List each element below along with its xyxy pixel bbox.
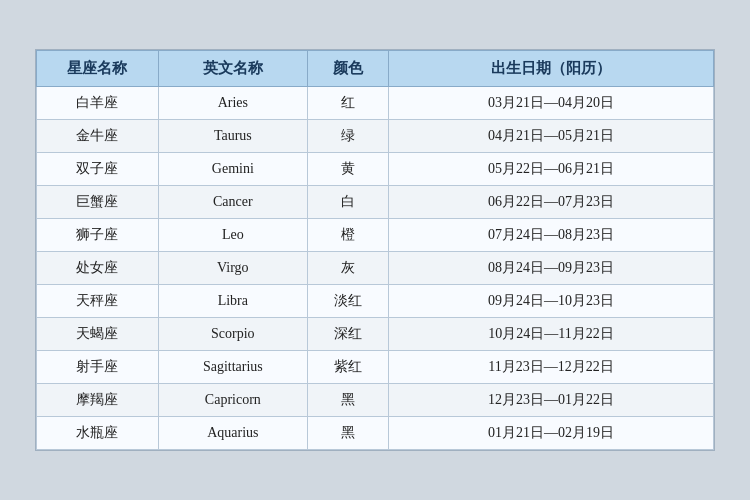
header-date: 出生日期（阳历） [389,51,714,87]
cell-chinese: 天秤座 [37,285,159,318]
cell-color: 橙 [307,219,388,252]
cell-color: 黄 [307,153,388,186]
table-row: 狮子座Leo橙07月24日—08月23日 [37,219,714,252]
header-english: 英文名称 [158,51,307,87]
cell-chinese: 金牛座 [37,120,159,153]
cell-chinese: 天蝎座 [37,318,159,351]
cell-date: 09月24日—10月23日 [389,285,714,318]
cell-date: 03月21日—04月20日 [389,87,714,120]
header-chinese: 星座名称 [37,51,159,87]
cell-color: 绿 [307,120,388,153]
cell-color: 黑 [307,384,388,417]
cell-date: 01月21日—02月19日 [389,417,714,450]
cell-chinese: 巨蟹座 [37,186,159,219]
cell-english: Aquarius [158,417,307,450]
table-row: 天秤座Libra淡红09月24日—10月23日 [37,285,714,318]
cell-english: Aries [158,87,307,120]
table-row: 处女座Virgo灰08月24日—09月23日 [37,252,714,285]
cell-chinese: 摩羯座 [37,384,159,417]
cell-date: 11月23日—12月22日 [389,351,714,384]
zodiac-table-container: 星座名称 英文名称 颜色 出生日期（阳历） 白羊座Aries红03月21日—04… [35,49,715,451]
zodiac-table: 星座名称 英文名称 颜色 出生日期（阳历） 白羊座Aries红03月21日—04… [36,50,714,450]
cell-english: Capricorn [158,384,307,417]
cell-chinese: 处女座 [37,252,159,285]
cell-color: 紫红 [307,351,388,384]
cell-date: 05月22日—06月21日 [389,153,714,186]
cell-chinese: 水瓶座 [37,417,159,450]
cell-english: Leo [158,219,307,252]
cell-date: 12月23日—01月22日 [389,384,714,417]
cell-date: 07月24日—08月23日 [389,219,714,252]
cell-english: Libra [158,285,307,318]
cell-color: 白 [307,186,388,219]
cell-color: 淡红 [307,285,388,318]
table-row: 天蝎座Scorpio深红10月24日—11月22日 [37,318,714,351]
cell-color: 深红 [307,318,388,351]
cell-chinese: 射手座 [37,351,159,384]
cell-chinese: 狮子座 [37,219,159,252]
table-row: 射手座Sagittarius紫红11月23日—12月22日 [37,351,714,384]
cell-date: 10月24日—11月22日 [389,318,714,351]
cell-chinese: 双子座 [37,153,159,186]
table-row: 水瓶座Aquarius黑01月21日—02月19日 [37,417,714,450]
table-row: 双子座Gemini黄05月22日—06月21日 [37,153,714,186]
cell-color: 灰 [307,252,388,285]
table-row: 摩羯座Capricorn黑12月23日—01月22日 [37,384,714,417]
cell-english: Scorpio [158,318,307,351]
cell-color: 黑 [307,417,388,450]
cell-color: 红 [307,87,388,120]
header-color: 颜色 [307,51,388,87]
table-header-row: 星座名称 英文名称 颜色 出生日期（阳历） [37,51,714,87]
table-row: 巨蟹座Cancer白06月22日—07月23日 [37,186,714,219]
cell-chinese: 白羊座 [37,87,159,120]
cell-english: Gemini [158,153,307,186]
cell-english: Virgo [158,252,307,285]
cell-date: 06月22日—07月23日 [389,186,714,219]
cell-english: Cancer [158,186,307,219]
cell-date: 04月21日—05月21日 [389,120,714,153]
table-row: 白羊座Aries红03月21日—04月20日 [37,87,714,120]
cell-english: Sagittarius [158,351,307,384]
cell-date: 08月24日—09月23日 [389,252,714,285]
cell-english: Taurus [158,120,307,153]
table-row: 金牛座Taurus绿04月21日—05月21日 [37,120,714,153]
